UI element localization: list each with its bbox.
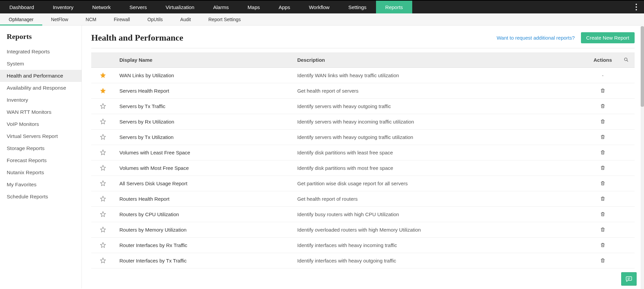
report-action — [588, 253, 618, 269]
topnav-item-alarms[interactable]: Alarms — [204, 1, 238, 13]
sidebar-item-integrated-reports[interactable]: Integrated Reports — [0, 46, 82, 58]
star-outline-icon[interactable] — [99, 102, 107, 110]
table-row[interactable]: WAN Links by UtilizationIdentify WAN lin… — [91, 68, 635, 83]
report-name[interactable]: Volumes with Least Free Space — [115, 145, 292, 160]
report-name[interactable]: Servers by Tx Traffic — [115, 99, 292, 114]
subnav-item-opmanager[interactable]: OpManager — [0, 13, 42, 25]
overflow-menu-button[interactable] — [633, 1, 640, 13]
table-row[interactable]: Router Interfaces by Tx TrafficIdentify … — [91, 253, 635, 269]
report-action — [588, 130, 618, 145]
sidebar-item-system[interactable]: System — [0, 58, 82, 70]
star-outline-icon[interactable] — [99, 226, 107, 234]
star-outline-icon[interactable] — [99, 117, 107, 126]
delete-button[interactable] — [599, 257, 606, 264]
delete-button[interactable] — [599, 195, 606, 202]
topnav-item-maps[interactable]: Maps — [238, 1, 269, 13]
subnav-item-ncm[interactable]: NCM — [77, 13, 105, 25]
star-outline-icon[interactable] — [99, 148, 107, 156]
col-display-name[interactable]: Display Name — [115, 52, 292, 68]
delete-button[interactable] — [599, 226, 606, 233]
star-outline-icon[interactable] — [99, 241, 107, 249]
delete-button[interactable] — [599, 102, 606, 110]
table-row[interactable]: Routers Health ReportGet health report o… — [91, 191, 635, 207]
report-name[interactable]: All Servers Disk Usage Report — [115, 176, 292, 191]
topnav-item-settings[interactable]: Settings — [339, 1, 376, 13]
sidebar-item-voip-monitors[interactable]: VoIP Monitors — [0, 118, 82, 130]
report-description: Get health report of routers — [292, 191, 588, 207]
table-row[interactable]: Router Interfaces by Rx TrafficIdentify … — [91, 238, 635, 253]
report-name[interactable]: Router Interfaces by Rx Traffic — [115, 238, 292, 253]
table-row[interactable]: All Servers Disk Usage ReportGet partiti… — [91, 176, 635, 191]
subnav-item-firewall[interactable]: Firewall — [105, 13, 139, 25]
sidebar-item-schedule-reports[interactable]: Schedule Reports — [0, 191, 82, 203]
no-action: - — [602, 73, 604, 78]
table-row[interactable]: Volumes with Least Free SpaceIdentify di… — [91, 145, 635, 160]
report-name[interactable]: WAN Links by Utilization — [115, 68, 292, 83]
star-outline-icon[interactable] — [99, 210, 107, 218]
col-description[interactable]: Description — [292, 52, 588, 68]
subnav-item-audit[interactable]: Audit — [171, 13, 200, 25]
star-filled-icon[interactable] — [99, 87, 107, 95]
delete-button[interactable] — [599, 210, 606, 218]
table-row[interactable]: Routers by Memory UtilizationIdentify ov… — [91, 222, 635, 238]
table-row[interactable]: Servers by Rx UtilizationIdentify server… — [91, 114, 635, 130]
topnav-item-virtualization[interactable]: Virtualization — [156, 1, 204, 13]
report-name[interactable]: Routers Health Report — [115, 191, 292, 207]
sidebar-item-wan-rtt-monitors[interactable]: WAN RTT Monitors — [0, 106, 82, 118]
star-filled-icon[interactable] — [99, 71, 107, 79]
topnav-item-apps[interactable]: Apps — [269, 1, 300, 13]
sidebar-item-virtual-servers-report[interactable]: Virtual Servers Report — [0, 130, 82, 142]
report-name[interactable]: Servers by Rx Utilization — [115, 114, 292, 130]
sidebar-item-my-favorites[interactable]: My Favorites — [0, 179, 82, 191]
topnav-item-dashboard[interactable]: Dashboard — [0, 1, 43, 13]
report-name[interactable]: Routers by Memory Utilization — [115, 222, 292, 238]
delete-button[interactable] — [599, 133, 606, 141]
report-name[interactable]: Volumes with Most Free Space — [115, 160, 292, 176]
table-row[interactable]: Routers by CPU UtilizationIdentify busy … — [91, 207, 635, 222]
table-row[interactable]: Servers by Tx UtilizationIdentify server… — [91, 130, 635, 145]
report-name[interactable]: Servers Health Report — [115, 83, 292, 99]
sidebar-item-inventory[interactable]: Inventory — [0, 94, 82, 106]
star-outline-icon[interactable] — [99, 256, 107, 264]
request-reports-link[interactable]: Want to request additional reports? — [497, 35, 575, 41]
delete-button[interactable] — [599, 87, 606, 94]
chat-fab[interactable] — [621, 272, 637, 286]
delete-button[interactable] — [599, 149, 606, 156]
report-description: Get health report of servers — [292, 83, 588, 99]
table-search-button[interactable] — [623, 56, 630, 63]
star-outline-icon[interactable] — [99, 164, 107, 172]
report-action — [588, 114, 618, 130]
sidebar-item-forecast-reports[interactable]: Forecast Reports — [0, 154, 82, 166]
sidebar-item-storage-reports[interactable]: Storage Reports — [0, 142, 82, 154]
table-row[interactable]: Servers Health ReportGet health report o… — [91, 83, 635, 99]
delete-button[interactable] — [599, 118, 606, 125]
report-description: Identify servers with heavy outgoing tra… — [292, 99, 588, 114]
subnav-item-netflow[interactable]: NetFlow — [42, 13, 77, 25]
subnav-item-report-settings[interactable]: Report Settings — [200, 13, 250, 25]
delete-button[interactable] — [599, 180, 606, 187]
report-name[interactable]: Servers by Tx Utilization — [115, 130, 292, 145]
topnav-item-reports[interactable]: Reports — [376, 1, 413, 13]
star-outline-icon[interactable] — [99, 195, 107, 203]
table-row[interactable]: Servers by Tx TrafficIdentify servers wi… — [91, 99, 635, 114]
report-description: Identify disk partitions with most free … — [292, 160, 588, 176]
sidebar-item-nutanix-reports[interactable]: Nutanix Reports — [0, 166, 82, 179]
star-outline-icon[interactable] — [99, 133, 107, 141]
delete-button[interactable] — [599, 164, 606, 172]
star-outline-icon[interactable] — [99, 179, 107, 187]
scrollbar-thumb[interactable] — [641, 26, 644, 107]
sidebar-item-health-and-performance[interactable]: Health and Performance — [0, 70, 82, 82]
sidebar-item-availability-and-response[interactable]: Availability and Response — [0, 82, 82, 94]
topnav-item-servers[interactable]: Servers — [120, 1, 156, 13]
report-name[interactable]: Router Interfaces by Tx Traffic — [115, 253, 292, 269]
topnav-item-workflow[interactable]: Workflow — [300, 1, 339, 13]
svg-point-2 — [636, 9, 637, 10]
subnav-item-oputils[interactable]: OpUtils — [139, 13, 171, 25]
create-new-report-button[interactable]: Create New Report — [581, 32, 635, 43]
report-name[interactable]: Routers by CPU Utilization — [115, 207, 292, 222]
topnav-item-network[interactable]: Network — [83, 1, 120, 13]
col-actions: Actions — [588, 52, 618, 68]
topnav-item-inventory[interactable]: Inventory — [43, 1, 83, 13]
delete-button[interactable] — [599, 241, 606, 249]
table-row[interactable]: Volumes with Most Free SpaceIdentify dis… — [91, 160, 635, 176]
